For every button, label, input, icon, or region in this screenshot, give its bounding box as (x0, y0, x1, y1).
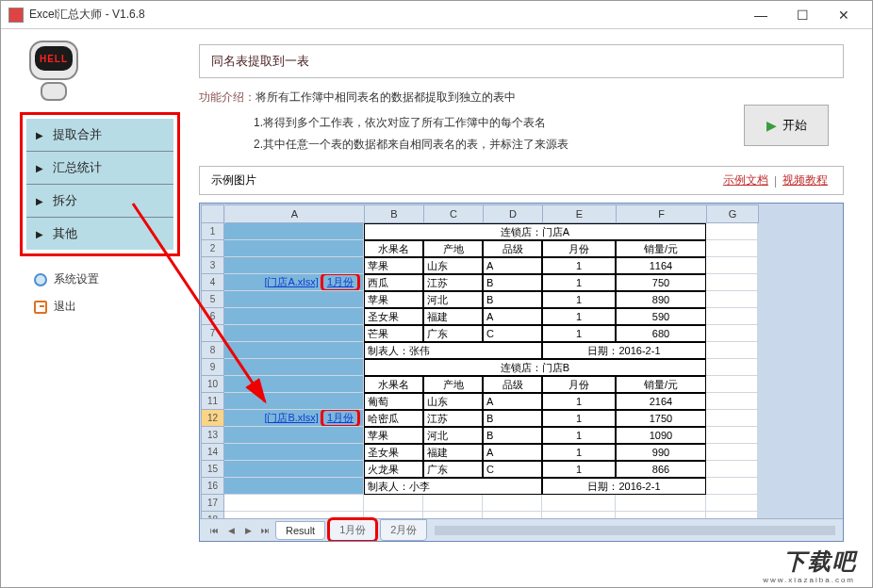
col-f[interactable]: F (617, 204, 707, 223)
example-bar: 示例图片 示例文档 | 视频教程 (199, 166, 844, 195)
nav-extract-merge[interactable]: ▶提取合并 (26, 119, 173, 152)
section-title: 同名表提取到一表 (199, 44, 844, 78)
col-e[interactable]: E (543, 204, 617, 223)
gear-icon (33, 272, 48, 287)
example-doc-link[interactable]: 示例文档 (723, 172, 768, 188)
row-9[interactable]: 9 (201, 359, 224, 376)
row-12[interactable]: 12 (201, 410, 224, 427)
watermark-url: www.xiazaiba.com (763, 576, 855, 584)
hscroll-track[interactable] (435, 526, 835, 535)
video-tutorial-link[interactable]: 视频教程 (782, 172, 828, 188)
excel-preview: A B C D E F G 1 2 3 4 5 6 7 8 9 10 11 12 (199, 203, 844, 542)
nav-summary-stats[interactable]: ▶汇总统计 (26, 152, 173, 185)
intro-text: 功能介绍：将所有工作簿中相同表名的数据都提取到独立的表中 (199, 90, 844, 106)
robot-mascot: HELL (20, 39, 95, 105)
last-sheet-button[interactable]: ⏭ (256, 523, 273, 538)
nav-group: ▶提取合并 ▶汇总统计 ▶拆分 ▶其他 (20, 112, 180, 256)
arrow-icon: ▶ (36, 229, 43, 239)
row-5[interactable]: 5 (201, 291, 224, 308)
tab-result[interactable]: Result (275, 521, 325, 540)
settings-button[interactable]: 系统设置 (20, 268, 180, 291)
row-4[interactable]: 4 (201, 274, 224, 291)
arrow-icon: ▶ (36, 163, 43, 173)
file-b-link[interactable]: [门店B.xlsx]1月份 (224, 410, 364, 427)
minimize-button[interactable]: — (740, 2, 782, 28)
sheet-tabbar: ⏮ ◀ ▶ ⏭ Result 1月份 2月份 (200, 518, 843, 541)
column-headers: A B C D E F G (225, 204, 842, 223)
next-sheet-button[interactable]: ▶ (239, 523, 256, 538)
close-button[interactable]: ✕ (823, 2, 865, 28)
start-button[interactable]: ▶开始 (744, 105, 829, 146)
col-d[interactable]: D (484, 204, 543, 223)
row-6[interactable]: 6 (201, 308, 224, 325)
row-2[interactable]: 2 (201, 240, 224, 257)
row-11[interactable]: 11 (201, 393, 224, 410)
table-title-a[interactable]: 连锁店：门店A (364, 223, 706, 240)
exit-button[interactable]: 退出 (20, 295, 180, 318)
col-c[interactable]: C (424, 204, 484, 223)
col-g[interactable]: G (707, 204, 759, 223)
window-title: Excel汇总大师 - V1.6.8 (29, 7, 740, 23)
first-sheet-button[interactable]: ⏮ (206, 523, 222, 538)
nav-split[interactable]: ▶拆分 (26, 185, 173, 218)
row-3[interactable]: 3 (201, 257, 224, 274)
col-a[interactable]: A (225, 204, 365, 223)
row-1[interactable]: 1 (201, 223, 224, 240)
row-14[interactable]: 14 (201, 444, 224, 461)
row-13[interactable]: 13 (201, 427, 224, 444)
col-b[interactable]: B (365, 204, 424, 223)
row-7[interactable]: 7 (201, 325, 224, 342)
watermark: 下载吧 (783, 547, 857, 577)
row-15[interactable]: 15 (201, 461, 224, 478)
maximize-button[interactable]: ☐ (782, 2, 823, 28)
arrow-icon: ▶ (36, 130, 43, 140)
content-area: 同名表提取到一表 功能介绍：将所有工作簿中相同表名的数据都提取到独立的表中 1.… (189, 29, 872, 588)
sidebar: HELL ▶提取合并 ▶汇总统计 ▶拆分 ▶其他 系统设置 退出 (1, 29, 189, 588)
app-icon (8, 8, 24, 23)
exit-icon (33, 300, 48, 315)
file-a-link[interactable]: [门店A.xlsx]1月份 (224, 274, 364, 291)
row-headers: 1 2 3 4 5 6 7 8 9 10 11 12 13 14 15 16 1… (201, 223, 224, 529)
tab-month2[interactable]: 2月份 (380, 519, 427, 541)
arrow-icon: ▶ (36, 196, 43, 206)
prev-sheet-button[interactable]: ◀ (222, 523, 239, 538)
table-title-b[interactable]: 连锁店：门店B (364, 359, 706, 376)
play-icon: ▶ (766, 118, 777, 133)
titlebar: Excel汇总大师 - V1.6.8 — ☐ ✕ (1, 1, 872, 29)
row-8[interactable]: 8 (201, 342, 224, 359)
tab-month1[interactable]: 1月份 (327, 517, 378, 542)
row-16[interactable]: 16 (201, 478, 224, 495)
nav-other[interactable]: ▶其他 (26, 218, 173, 250)
row-17[interactable]: 17 (201, 495, 224, 512)
spreadsheet-grid: 连锁店：门店A 水果名产地品级月份销量/元 苹果山东A11164 [门店A.xl… (224, 223, 758, 529)
select-all-corner[interactable] (201, 204, 224, 223)
row-10[interactable]: 10 (201, 376, 224, 393)
